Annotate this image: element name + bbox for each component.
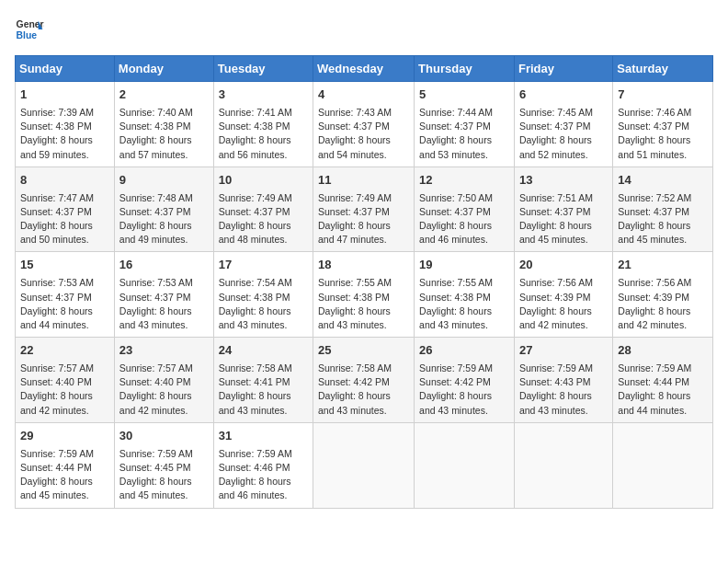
sunset: Sunset: 4:37 PM	[519, 206, 591, 217]
weekday-header-sunday: Sunday	[16, 56, 115, 82]
sunset: Sunset: 4:37 PM	[119, 206, 191, 217]
sunrise: Sunrise: 7:59 AM	[618, 362, 691, 373]
sunrise: Sunrise: 7:59 AM	[20, 448, 94, 459]
day-number: 2	[119, 86, 209, 104]
sunrise: Sunrise: 7:57 AM	[119, 362, 193, 373]
weekday-header-thursday: Thursday	[415, 56, 515, 82]
calendar-cell: 17Sunrise: 7:54 AMSunset: 4:38 PMDayligh…	[213, 252, 313, 338]
calendar-cell: 16Sunrise: 7:53 AMSunset: 4:37 PMDayligh…	[114, 252, 213, 338]
day-number: 29	[20, 428, 109, 445]
sunrise: Sunrise: 7:59 AM	[519, 362, 593, 373]
calendar-cell: 7Sunrise: 7:46 AMSunset: 4:37 PMDaylight…	[613, 82, 713, 167]
sunset: Sunset: 4:37 PM	[20, 292, 92, 303]
sunset: Sunset: 4:37 PM	[618, 206, 689, 217]
daylight: Daylight: 8 hours and 43 minutes.	[519, 390, 592, 415]
sunset: Sunset: 4:37 PM	[519, 121, 591, 132]
daylight: Daylight: 8 hours and 56 minutes.	[219, 134, 291, 159]
day-number: 9	[119, 172, 209, 190]
day-number: 16	[119, 257, 209, 274]
calendar-cell: 15Sunrise: 7:53 AMSunset: 4:37 PMDayligh…	[16, 252, 115, 338]
sunset: Sunset: 4:45 PM	[119, 462, 191, 473]
daylight: Daylight: 8 hours and 42 minutes.	[20, 390, 93, 415]
sunrise: Sunrise: 7:39 AM	[20, 107, 94, 118]
calendar-cell: 18Sunrise: 7:55 AMSunset: 4:38 PMDayligh…	[313, 252, 415, 338]
sunrise: Sunrise: 7:45 AM	[519, 107, 593, 118]
sunrise: Sunrise: 7:52 AM	[618, 192, 691, 203]
daylight: Daylight: 8 hours and 43 minutes.	[318, 390, 391, 415]
day-number: 7	[618, 86, 708, 104]
sunrise: Sunrise: 7:58 AM	[219, 362, 292, 373]
day-number: 26	[419, 342, 509, 360]
sunset: Sunset: 4:38 PM	[219, 292, 290, 303]
sunset: Sunset: 4:38 PM	[119, 121, 191, 132]
calendar-week-5: 29Sunrise: 7:59 AMSunset: 4:44 PMDayligh…	[16, 422, 713, 508]
day-number: 1	[20, 86, 109, 104]
weekday-header-friday: Friday	[514, 56, 612, 82]
day-number: 5	[419, 86, 509, 104]
daylight: Daylight: 8 hours and 43 minutes.	[419, 305, 492, 330]
daylight: Daylight: 8 hours and 42 minutes.	[119, 390, 192, 415]
calendar-cell: 14Sunrise: 7:52 AMSunset: 4:37 PMDayligh…	[613, 167, 713, 252]
daylight: Daylight: 8 hours and 43 minutes.	[219, 305, 291, 330]
sunrise: Sunrise: 7:53 AM	[20, 277, 94, 288]
daylight: Daylight: 8 hours and 54 minutes.	[318, 134, 391, 159]
sunset: Sunset: 4:37 PM	[318, 206, 390, 217]
calendar-cell: 10Sunrise: 7:49 AMSunset: 4:37 PMDayligh…	[213, 167, 313, 252]
sunrise: Sunrise: 7:55 AM	[318, 277, 392, 288]
calendar-cell	[415, 422, 515, 508]
calendar-cell: 9Sunrise: 7:48 AMSunset: 4:37 PMDaylight…	[114, 167, 213, 252]
daylight: Daylight: 8 hours and 57 minutes.	[119, 134, 192, 159]
sunrise: Sunrise: 7:59 AM	[119, 448, 193, 459]
day-number: 19	[419, 257, 509, 274]
calendar-cell	[514, 422, 612, 508]
sunset: Sunset: 4:40 PM	[119, 376, 191, 387]
daylight: Daylight: 8 hours and 43 minutes.	[419, 390, 492, 415]
calendar-cell: 1Sunrise: 7:39 AMSunset: 4:38 PMDaylight…	[16, 82, 115, 167]
calendar-cell: 26Sunrise: 7:59 AMSunset: 4:42 PMDayligh…	[415, 338, 515, 423]
sunset: Sunset: 4:37 PM	[618, 121, 689, 132]
day-number: 20	[519, 257, 608, 274]
daylight: Daylight: 8 hours and 48 minutes.	[219, 220, 291, 245]
sunset: Sunset: 4:44 PM	[618, 376, 689, 387]
calendar-cell: 13Sunrise: 7:51 AMSunset: 4:37 PMDayligh…	[514, 167, 612, 252]
calendar-cell: 30Sunrise: 7:59 AMSunset: 4:45 PMDayligh…	[114, 422, 213, 508]
sunrise: Sunrise: 7:59 AM	[419, 362, 493, 373]
calendar-cell: 12Sunrise: 7:50 AMSunset: 4:37 PMDayligh…	[415, 167, 515, 252]
daylight: Daylight: 8 hours and 42 minutes.	[618, 305, 690, 330]
calendar-cell	[613, 422, 713, 508]
sunrise: Sunrise: 7:44 AM	[419, 107, 493, 118]
day-number: 18	[318, 257, 409, 274]
calendar-week-2: 8Sunrise: 7:47 AMSunset: 4:37 PMDaylight…	[16, 167, 713, 252]
sunrise: Sunrise: 7:54 AM	[219, 277, 292, 288]
daylight: Daylight: 8 hours and 53 minutes.	[419, 134, 492, 159]
logo: General Blue	[15, 15, 44, 44]
day-number: 13	[519, 172, 608, 190]
calendar-cell: 11Sunrise: 7:49 AMSunset: 4:37 PMDayligh…	[313, 167, 415, 252]
sunset: Sunset: 4:43 PM	[519, 376, 591, 387]
sunrise: Sunrise: 7:57 AM	[20, 362, 94, 373]
sunset: Sunset: 4:39 PM	[618, 292, 689, 303]
weekday-header-monday: Monday	[114, 56, 213, 82]
sunrise: Sunrise: 7:49 AM	[318, 192, 392, 203]
daylight: Daylight: 8 hours and 59 minutes.	[20, 134, 93, 159]
daylight: Daylight: 8 hours and 45 minutes.	[20, 476, 93, 500]
day-number: 27	[519, 342, 608, 360]
daylight: Daylight: 8 hours and 46 minutes.	[419, 220, 492, 245]
calendar-cell: 19Sunrise: 7:55 AMSunset: 4:38 PMDayligh…	[415, 252, 515, 338]
calendar-cell: 27Sunrise: 7:59 AMSunset: 4:43 PMDayligh…	[514, 338, 612, 423]
day-number: 25	[318, 342, 409, 360]
daylight: Daylight: 8 hours and 45 minutes.	[119, 476, 192, 500]
sunrise: Sunrise: 7:53 AM	[119, 277, 193, 288]
sunset: Sunset: 4:42 PM	[419, 376, 491, 387]
daylight: Daylight: 8 hours and 43 minutes.	[318, 305, 391, 330]
sunrise: Sunrise: 7:43 AM	[318, 107, 392, 118]
weekday-header-tuesday: Tuesday	[213, 56, 313, 82]
calendar-cell	[313, 422, 415, 508]
sunset: Sunset: 4:42 PM	[318, 376, 390, 387]
sunset: Sunset: 4:40 PM	[20, 376, 92, 387]
calendar-week-3: 15Sunrise: 7:53 AMSunset: 4:37 PMDayligh…	[16, 252, 713, 338]
daylight: Daylight: 8 hours and 43 minutes.	[119, 305, 192, 330]
calendar-week-4: 22Sunrise: 7:57 AMSunset: 4:40 PMDayligh…	[16, 338, 713, 423]
sunrise: Sunrise: 7:46 AM	[618, 107, 691, 118]
calendar-cell: 21Sunrise: 7:56 AMSunset: 4:39 PMDayligh…	[613, 252, 713, 338]
